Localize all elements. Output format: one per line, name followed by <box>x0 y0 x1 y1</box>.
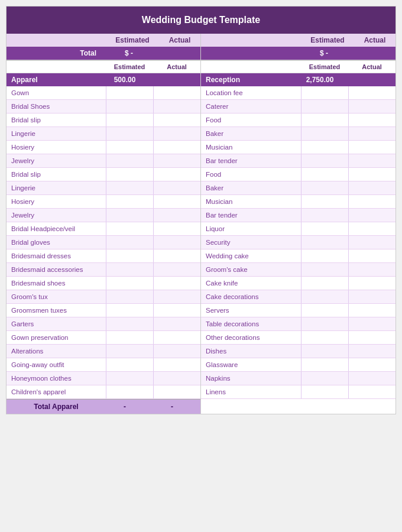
left-row-est[interactable] <box>106 249 153 262</box>
left-row: Bridal gloves <box>7 236 200 249</box>
left-row-act[interactable] <box>153 86 200 99</box>
right-row-act[interactable] <box>348 304 395 317</box>
right-row-act[interactable] <box>348 168 395 181</box>
right-row-est[interactable] <box>301 86 348 99</box>
right-row-act[interactable] <box>348 154 395 167</box>
left-row-act[interactable] <box>153 209 200 222</box>
right-row-est[interactable] <box>301 222 348 235</box>
right-row-act[interactable] <box>348 222 395 235</box>
left-row-est[interactable] <box>106 100 153 113</box>
right-row-est[interactable] <box>301 290 348 303</box>
right-row-act[interactable] <box>348 372 395 385</box>
right-row-est[interactable] <box>301 331 348 344</box>
right-row-est[interactable] <box>301 209 348 222</box>
right-row-act[interactable] <box>348 209 395 222</box>
left-row-est[interactable] <box>106 127 153 140</box>
right-row-act[interactable] <box>348 86 395 99</box>
right-row-act[interactable] <box>348 195 395 208</box>
right-row-est[interactable] <box>301 345 348 358</box>
left-rows: Gown Bridal Shoes Bridal slip Lingerie H… <box>7 86 200 399</box>
right-row-act[interactable] <box>348 345 395 358</box>
left-row-est[interactable] <box>106 86 153 99</box>
right-row-est[interactable] <box>301 127 348 140</box>
right-row-act[interactable] <box>348 236 395 249</box>
right-row-item: Cake decorations <box>201 291 301 302</box>
left-row: Bridal Headpiece/veil <box>7 222 200 236</box>
left-row-est[interactable] <box>106 168 153 181</box>
left-row-act[interactable] <box>153 113 200 126</box>
left-row-act[interactable] <box>153 290 200 303</box>
right-row-est[interactable] <box>301 195 348 208</box>
right-row-act[interactable] <box>348 290 395 303</box>
left-row-act[interactable] <box>153 345 200 358</box>
right-row-act[interactable] <box>348 317 395 330</box>
left-row-act[interactable] <box>153 358 200 371</box>
left-row-act[interactable] <box>153 236 200 249</box>
left-row-est[interactable] <box>106 317 153 330</box>
left-row-act[interactable] <box>153 154 200 167</box>
right-row-act[interactable] <box>348 100 395 113</box>
right-row-est[interactable] <box>301 168 348 181</box>
right-row-act[interactable] <box>348 181 395 194</box>
left-row-act[interactable] <box>153 385 200 398</box>
right-row-act[interactable] <box>348 277 395 290</box>
right-row-est[interactable] <box>301 141 348 154</box>
right-row-est[interactable] <box>301 317 348 330</box>
left-row-act[interactable] <box>153 263 200 276</box>
right-row-est[interactable] <box>301 113 348 126</box>
left-row-est[interactable] <box>106 181 153 194</box>
left-row-est[interactable] <box>106 236 153 249</box>
right-row-act[interactable] <box>348 249 395 262</box>
left-row-est[interactable] <box>106 263 153 276</box>
right-row-est[interactable] <box>301 372 348 385</box>
left-row-act[interactable] <box>153 317 200 330</box>
left-row-est[interactable] <box>106 331 153 344</box>
left-row-est[interactable] <box>106 304 153 317</box>
left-row-act[interactable] <box>153 195 200 208</box>
left-row-est[interactable] <box>106 345 153 358</box>
left-row-act[interactable] <box>153 249 200 262</box>
left-row-act[interactable] <box>153 168 200 181</box>
left-row-est[interactable] <box>106 222 153 235</box>
left-row-est[interactable] <box>106 141 153 154</box>
left-row-est[interactable] <box>106 113 153 126</box>
right-row-est[interactable] <box>301 385 348 398</box>
left-row-est[interactable] <box>106 290 153 303</box>
left-row-est[interactable] <box>106 195 153 208</box>
left-row-act[interactable] <box>153 100 200 113</box>
right-row-est[interactable] <box>301 277 348 290</box>
right-row-est[interactable] <box>301 236 348 249</box>
right-row-act[interactable] <box>348 263 395 276</box>
left-row-act[interactable] <box>153 372 200 385</box>
left-row-act[interactable] <box>153 181 200 194</box>
right-row-act[interactable] <box>348 331 395 344</box>
left-row-est[interactable] <box>106 209 153 222</box>
left-row-act[interactable] <box>153 222 200 235</box>
right-row-est[interactable] <box>301 154 348 167</box>
right-row-act[interactable] <box>348 127 395 140</box>
right-row-est[interactable] <box>301 358 348 371</box>
left-row-est[interactable] <box>106 372 153 385</box>
left-row-act[interactable] <box>153 331 200 344</box>
left-row-est[interactable] <box>106 277 153 290</box>
right-row-est[interactable] <box>301 100 348 113</box>
right-row-est[interactable] <box>301 263 348 276</box>
left-row-act[interactable] <box>153 304 200 317</box>
right-row-act[interactable] <box>348 113 395 126</box>
right-act-header: Actual <box>348 61 395 73</box>
right-row-act[interactable] <box>348 141 395 154</box>
right-row: Baker <box>201 127 395 141</box>
right-row-act[interactable] <box>348 358 395 371</box>
left-row-est[interactable] <box>106 385 153 398</box>
right-row-est[interactable] <box>301 249 348 262</box>
right-row-act[interactable] <box>348 385 395 398</box>
left-row-act[interactable] <box>153 277 200 290</box>
left-row-est[interactable] <box>106 358 153 371</box>
left-row-est[interactable] <box>106 154 153 167</box>
right-row-est[interactable] <box>301 181 348 194</box>
right-row-est[interactable] <box>301 304 348 317</box>
left-row: Gown preservation <box>7 331 200 345</box>
spreadsheet: Wedding Budget Template Estimated Actual… <box>6 6 396 414</box>
left-row-act[interactable] <box>153 141 200 154</box>
left-row-act[interactable] <box>153 127 200 140</box>
